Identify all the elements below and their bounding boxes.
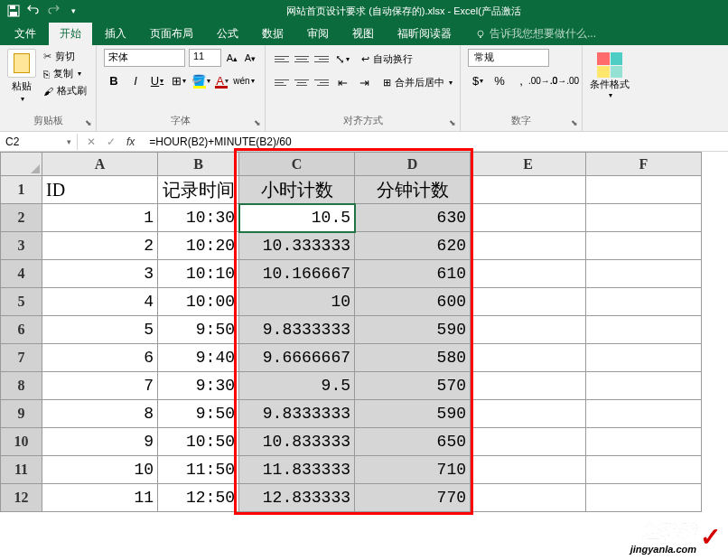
- clipboard-dialog-launcher[interactable]: ⬊: [83, 118, 94, 129]
- cell-B12[interactable]: 12:50: [158, 484, 239, 512]
- row-header-1[interactable]: 1: [1, 176, 42, 204]
- tab-review[interactable]: 审阅: [296, 23, 340, 45]
- cell-F7[interactable]: [586, 344, 702, 372]
- col-header-d[interactable]: D: [355, 153, 471, 176]
- col-header-f[interactable]: F: [586, 153, 702, 176]
- cell-C5[interactable]: 10: [239, 288, 355, 316]
- tab-formulas[interactable]: 公式: [206, 23, 249, 45]
- copy-button[interactable]: ⎘复制▾: [42, 66, 89, 81]
- cell-C4[interactable]: 10.166667: [239, 260, 355, 288]
- cell-F4[interactable]: [586, 260, 702, 288]
- cell-A10[interactable]: 9: [42, 428, 158, 456]
- cell-E7[interactable]: [471, 344, 586, 372]
- cell-E9[interactable]: [471, 400, 586, 428]
- cell-E10[interactable]: [471, 428, 586, 456]
- tab-data[interactable]: 数据: [251, 23, 294, 45]
- accept-formula-icon[interactable]: ✓: [107, 135, 116, 148]
- cancel-formula-icon[interactable]: ✕: [87, 135, 96, 148]
- row-header-7[interactable]: 7: [1, 344, 42, 372]
- cell-C9[interactable]: 9.8333333: [239, 400, 355, 428]
- cell-C1[interactable]: 小时计数: [239, 176, 355, 204]
- cell-D8[interactable]: 570: [355, 372, 471, 400]
- cell-C7[interactable]: 9.6666667: [239, 344, 355, 372]
- undo-icon[interactable]: [27, 5, 40, 17]
- font-size-select[interactable]: 11: [189, 49, 221, 67]
- decrease-font-icon[interactable]: A▾: [243, 51, 257, 65]
- cell-E2[interactable]: [471, 204, 586, 232]
- save-icon[interactable]: [7, 5, 20, 17]
- align-left-button[interactable]: [273, 74, 291, 90]
- cell-D4[interactable]: 610: [355, 260, 471, 288]
- align-center-button[interactable]: [293, 74, 311, 90]
- cell-F11[interactable]: [586, 456, 702, 484]
- cell-E5[interactable]: [471, 288, 586, 316]
- row-header-12[interactable]: 12: [1, 484, 42, 512]
- cell-C11[interactable]: 11.833333: [239, 456, 355, 484]
- cell-B5[interactable]: 10:00: [158, 288, 239, 316]
- formula-input[interactable]: [144, 134, 728, 150]
- font-color-button[interactable]: A▾: [212, 70, 232, 90]
- cell-F12[interactable]: [586, 484, 702, 512]
- cell-D12[interactable]: 770: [355, 484, 471, 512]
- cell-A4[interactable]: 3: [42, 260, 158, 288]
- bold-button[interactable]: B: [104, 70, 124, 90]
- row-header-9[interactable]: 9: [1, 400, 42, 428]
- cell-D1[interactable]: 分钟计数: [355, 176, 471, 204]
- qat-dropdown-icon[interactable]: ▾: [67, 5, 79, 17]
- cell-A6[interactable]: 5: [42, 316, 158, 344]
- tab-file[interactable]: 文件: [4, 23, 47, 45]
- font-dialog-launcher[interactable]: ⬊: [252, 118, 263, 129]
- col-header-a[interactable]: A: [42, 153, 158, 176]
- cell-E3[interactable]: [471, 232, 586, 260]
- border-button[interactable]: ⊞▾: [169, 70, 189, 90]
- row-header-3[interactable]: 3: [1, 232, 42, 260]
- cell-B9[interactable]: 9:50: [158, 400, 239, 428]
- tab-foxit[interactable]: 福昕阅读器: [387, 23, 462, 45]
- cell-A1[interactable]: ID: [42, 176, 158, 204]
- tab-home[interactable]: 开始: [49, 23, 92, 45]
- alignment-dialog-launcher[interactable]: ⬊: [447, 118, 458, 129]
- cell-B7[interactable]: 9:40: [158, 344, 239, 372]
- cell-B10[interactable]: 10:50: [158, 428, 239, 456]
- col-header-c[interactable]: C: [239, 153, 355, 176]
- accounting-format-button[interactable]: $▾: [468, 70, 488, 90]
- cell-F5[interactable]: [586, 288, 702, 316]
- cell-F3[interactable]: [586, 232, 702, 260]
- select-all-corner[interactable]: [1, 153, 42, 176]
- cell-C12[interactable]: 12.833333: [239, 484, 355, 512]
- cell-F1[interactable]: [586, 176, 702, 204]
- merge-center-button[interactable]: ⊞合并后居中▾: [383, 76, 453, 89]
- cell-A5[interactable]: 4: [42, 288, 158, 316]
- cell-B6[interactable]: 9:50: [158, 316, 239, 344]
- cell-E8[interactable]: [471, 372, 586, 400]
- cell-D10[interactable]: 650: [355, 428, 471, 456]
- cell-B8[interactable]: 9:30: [158, 372, 239, 400]
- cell-B4[interactable]: 10:10: [158, 260, 239, 288]
- conditional-formatting-button[interactable]: 条件格式 ▾: [590, 49, 630, 99]
- cell-D9[interactable]: 590: [355, 400, 471, 428]
- decrease-decimal-button[interactable]: .0→.00: [555, 70, 574, 90]
- redo-icon[interactable]: [47, 5, 60, 17]
- cell-C8[interactable]: 9.5: [239, 372, 355, 400]
- cell-E12[interactable]: [471, 484, 586, 512]
- col-header-e[interactable]: E: [471, 153, 586, 176]
- col-header-b[interactable]: B: [158, 153, 239, 176]
- align-top-button[interactable]: [273, 51, 291, 67]
- cell-E11[interactable]: [471, 456, 586, 484]
- cell-D7[interactable]: 580: [355, 344, 471, 372]
- cell-D6[interactable]: 590: [355, 316, 471, 344]
- cell-B2[interactable]: 10:30: [158, 204, 239, 232]
- paste-button[interactable]: 粘贴: [12, 79, 32, 93]
- tell-me[interactable]: 告诉我您想要做什么...: [464, 23, 607, 45]
- fx-icon[interactable]: fx: [126, 135, 135, 148]
- cell-C3[interactable]: 10.333333: [239, 232, 355, 260]
- cell-A3[interactable]: 2: [42, 232, 158, 260]
- cell-D2[interactable]: 630: [355, 204, 471, 232]
- cell-E4[interactable]: [471, 260, 586, 288]
- cell-F8[interactable]: [586, 372, 702, 400]
- cell-B3[interactable]: 10:20: [158, 232, 239, 260]
- cell-C2[interactable]: 10.5: [239, 204, 355, 232]
- cell-D11[interactable]: 710: [355, 456, 471, 484]
- phonetic-button[interactable]: wén▾: [234, 70, 254, 90]
- increase-font-icon[interactable]: A▴: [225, 51, 239, 65]
